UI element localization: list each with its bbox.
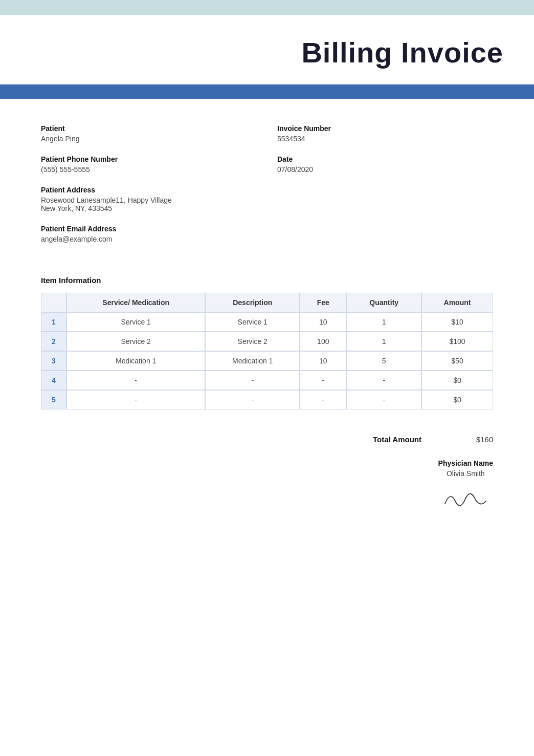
row-quantity: - (346, 390, 421, 409)
col-header-service: Service/ Medication (66, 293, 205, 312)
invoice-title: Billing Invoice (301, 36, 503, 69)
signature-area (438, 486, 493, 513)
patient-name-block: Patient Angela Ping (41, 124, 257, 143)
signature-icon (440, 486, 491, 511)
patient-phone-block: Patient Phone Number (555) 555-5555 (41, 155, 257, 174)
row-amount: $0 (421, 390, 493, 409)
row-num-cell: 5 (41, 390, 66, 409)
row-amount: $10 (421, 312, 493, 332)
col-header-fee: Fee (300, 293, 346, 312)
physician-info-block: Physician Name Olivia Smith (438, 459, 493, 513)
table-row: 5 - - - - $0 (41, 390, 493, 409)
row-fee: - (300, 371, 346, 390)
item-info-title: Item Information (41, 276, 493, 285)
row-description: Medication 1 (205, 351, 300, 371)
row-amount: $100 (421, 332, 493, 351)
row-service: Medication 1 (66, 351, 205, 371)
row-quantity: 1 (346, 332, 421, 351)
row-fee: 10 (300, 351, 346, 371)
physician-section: Physician Name Olivia Smith (0, 449, 534, 519)
patient-email-value: angela@example.com (41, 235, 257, 243)
row-amount: $0 (421, 371, 493, 390)
invoice-number-label: Invoice Number (277, 124, 493, 133)
row-num-cell: 2 (41, 332, 66, 351)
row-quantity: 1 (346, 312, 421, 332)
col-header-description: Description (205, 293, 300, 312)
items-table: Service/ Medication Description Fee Quan… (41, 293, 493, 409)
invoice-date-label: Date (277, 155, 493, 163)
invoice-number-block: Invoice Number 5534534 (277, 124, 493, 143)
patient-address-label: Patient Address (41, 186, 257, 194)
row-num-cell: 3 (41, 351, 66, 371)
invoice-date-value: 07/08/2020 (277, 165, 493, 174)
table-row: 3 Medication 1 Medication 1 10 5 $50 (41, 351, 493, 371)
patient-phone-value: (555) 555-5555 (41, 165, 257, 174)
header-top-band (0, 0, 534, 15)
total-amount-label: Total Amount (373, 435, 421, 444)
row-quantity: - (346, 371, 421, 390)
invoice-info-right: Invoice Number 5534534 Date 07/08/2020 (277, 124, 493, 255)
total-amount-value: $160 (462, 435, 493, 444)
item-info-section: Item Information Service/ Medication Des… (0, 271, 534, 420)
row-service: Service 1 (66, 312, 205, 332)
row-quantity: 5 (346, 351, 421, 371)
row-fee: 100 (300, 332, 346, 351)
patient-address-line2: New York, NY, 433545 (41, 204, 257, 212)
row-description: Service 1 (205, 312, 300, 332)
row-description: - (205, 390, 300, 409)
table-row: 4 - - - - $0 (41, 371, 493, 390)
physician-label: Physician Name (438, 459, 493, 467)
col-header-num (41, 293, 66, 312)
row-fee: - (300, 390, 346, 409)
table-row: 1 Service 1 Service 1 10 1 $10 (41, 312, 493, 332)
col-header-amount: Amount (421, 293, 493, 312)
row-amount: $50 (421, 351, 493, 371)
patient-label: Patient (41, 124, 257, 133)
col-header-quantity: Quantity (346, 293, 421, 312)
table-row: 2 Service 2 Service 2 100 1 $100 (41, 332, 493, 351)
items-table-container: Service/ Medication Description Fee Quan… (41, 293, 493, 409)
patient-address-line1: Rosewood Lanesample11, Happy Village (41, 196, 257, 204)
total-section: Total Amount $160 (0, 420, 534, 449)
patient-name-value: Angela Ping (41, 135, 257, 143)
title-section: Billing Invoice (0, 15, 534, 84)
physician-name-value: Olivia Smith (438, 469, 493, 478)
patient-info-left: Patient Angela Ping Patient Phone Number… (41, 124, 257, 255)
row-num-cell: 1 (41, 312, 66, 332)
patient-email-block: Patient Email Address angela@example.com (41, 225, 257, 243)
row-description: - (205, 371, 300, 390)
blue-divider-bar (0, 84, 534, 99)
row-service: - (66, 390, 205, 409)
info-section: Patient Angela Ping Patient Phone Number… (0, 114, 534, 271)
invoice-number-value: 5534534 (277, 135, 493, 143)
row-description: Service 2 (205, 332, 300, 351)
table-header-row: Service/ Medication Description Fee Quan… (41, 293, 493, 312)
patient-phone-label: Patient Phone Number (41, 155, 257, 163)
row-service: - (66, 371, 205, 390)
row-num-cell: 4 (41, 371, 66, 390)
row-fee: 10 (300, 312, 346, 332)
patient-email-label: Patient Email Address (41, 225, 257, 233)
invoice-date-block: Date 07/08/2020 (277, 155, 493, 174)
row-service: Service 2 (66, 332, 205, 351)
patient-address-block: Patient Address Rosewood Lanesample11, H… (41, 186, 257, 212)
